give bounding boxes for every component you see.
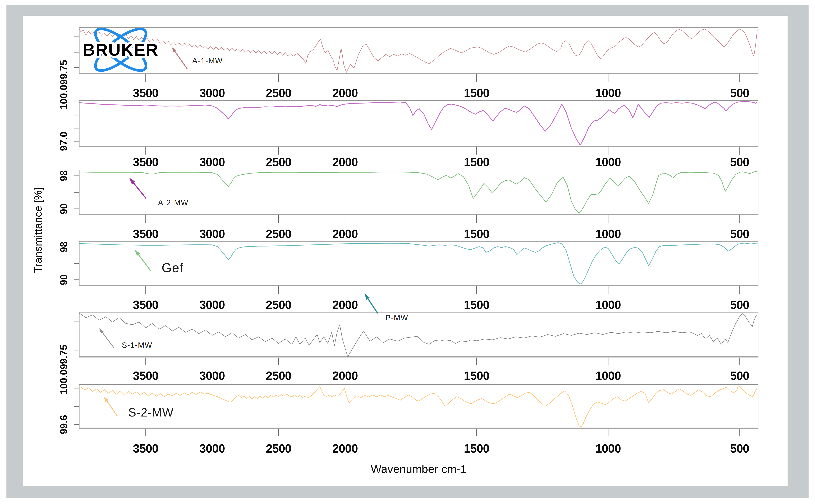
bruker-logo: BRUKER BRUKER xyxy=(80,28,162,72)
panel-box-S-2-MW xyxy=(79,384,758,428)
figure-root: BRUKER BRUKER 35003000250020001500100050… xyxy=(0,0,815,504)
panel-box-S-1-MW xyxy=(79,312,758,357)
spectra-chart xyxy=(0,0,815,504)
x-axis-title: Wavenumber cm-1 xyxy=(371,462,467,475)
panel-box-P-MW xyxy=(79,241,758,286)
logo-text: BRUKER xyxy=(83,40,159,59)
annotation-arrowhead-P-MW xyxy=(365,293,370,300)
panel-box-Gef xyxy=(79,170,758,215)
y-axis-title: Transmittance [%] xyxy=(32,187,44,273)
